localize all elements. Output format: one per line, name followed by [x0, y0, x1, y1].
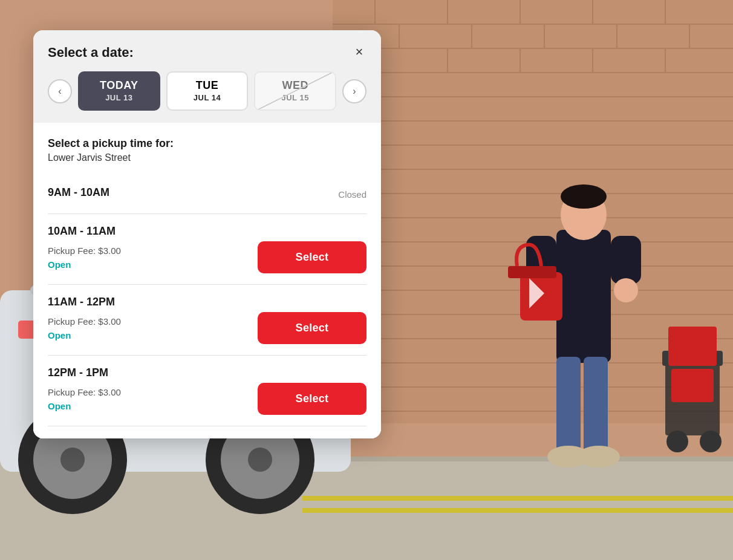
modal-header: Select a date: × ‹ TODAY JUL 13 TUE JUL …	[33, 30, 381, 123]
svg-rect-57	[584, 357, 608, 454]
svg-point-55	[614, 278, 638, 302]
pickup-section-title: Select a pickup time for:	[48, 137, 366, 150]
svg-point-65	[666, 431, 688, 452]
chevron-right-icon: ›	[353, 86, 356, 97]
slot-info-11-12: Pickup Fee: $3.00 Open	[48, 316, 121, 340]
time-slot-9-10: 9AM - 10AM Closed	[48, 175, 366, 214]
time-slot-11-12: 11AM - 12PM Pickup Fee: $3.00 Open Selec…	[48, 285, 366, 356]
svg-rect-49	[556, 230, 611, 363]
slot-row-11-12: Pickup Fee: $3.00 Open Select	[48, 312, 366, 344]
svg-rect-37	[302, 508, 733, 513]
time-range-10-11: 10AM - 11AM	[48, 225, 366, 238]
time-slot-10-11: 10AM - 11AM Pickup Fee: $3.00 Open Selec…	[48, 214, 366, 285]
status-closed-9-10: Closed	[338, 189, 366, 200]
chevron-left-icon: ‹	[58, 86, 61, 97]
time-slot-12-1: 12PM - 1PM Pickup Fee: $3.00 Open Select	[48, 356, 366, 426]
date-day-wed: WED	[265, 80, 325, 91]
pickup-fee-11-12: Pickup Fee: $3.00	[48, 316, 121, 327]
svg-point-48	[248, 448, 272, 472]
modal-title: Select a date:	[48, 45, 366, 60]
svg-rect-36	[302, 496, 733, 501]
slot-info-12-1: Pickup Fee: $3.00 Open	[48, 387, 121, 411]
svg-rect-56	[556, 357, 581, 454]
pickup-fee-10-11: Pickup Fee: $3.00	[48, 246, 121, 256]
svg-point-59	[578, 446, 620, 467]
slot-row-12-1: Pickup Fee: $3.00 Open Select	[48, 383, 366, 415]
modal-body: Select a pickup time for: Lower Jarvis S…	[33, 123, 381, 438]
time-range-12-1: 12PM - 1PM	[48, 366, 366, 379]
select-button-11-12[interactable]: Select	[258, 312, 366, 344]
select-button-10-11[interactable]: Select	[258, 241, 366, 273]
closed-slot-row: 9AM - 10AM Closed	[48, 186, 366, 203]
pickup-location: Lower Jarvis Street	[48, 152, 366, 163]
prev-date-button[interactable]: ‹	[48, 79, 72, 103]
time-range-11-12: 11AM - 12PM	[48, 296, 366, 308]
date-option-today[interactable]: TODAY JUL 13	[78, 71, 160, 111]
date-month-tue: JUL 14	[177, 93, 238, 102]
date-month-wed: JUL 15	[265, 93, 325, 102]
status-open-11-12: Open	[48, 330, 121, 340]
svg-rect-61	[508, 266, 556, 278]
date-option-tue[interactable]: TUE JUL 14	[166, 71, 249, 111]
date-option-wed[interactable]: WED JUL 15	[254, 71, 336, 111]
status-open-10-11: Open	[48, 259, 121, 270]
date-selector: ‹ TODAY JUL 13 TUE JUL 14 WED JUL 15 ›	[48, 71, 366, 111]
svg-point-45	[60, 448, 85, 472]
svg-point-51	[561, 184, 607, 209]
next-date-button[interactable]: ›	[342, 79, 366, 103]
date-day-today: TODAY	[89, 80, 149, 91]
pickup-time-modal: Select a date: × ‹ TODAY JUL 13 TUE JUL …	[33, 30, 381, 438]
svg-rect-53	[611, 236, 641, 284]
slot-row-10-11: Pickup Fee: $3.00 Open Select	[48, 241, 366, 273]
date-day-tue: TUE	[177, 80, 238, 91]
select-button-12-1[interactable]: Select	[258, 383, 366, 415]
status-open-12-1: Open	[48, 401, 121, 411]
pickup-fee-12-1: Pickup Fee: $3.00	[48, 387, 121, 397]
time-range-9-10: 9AM - 10AM	[48, 186, 109, 199]
slot-info-10-11: Pickup Fee: $3.00 Open	[48, 246, 121, 270]
close-button[interactable]: ×	[350, 42, 369, 62]
svg-rect-68	[671, 369, 714, 402]
date-month-today: JUL 13	[89, 93, 149, 102]
svg-point-66	[700, 431, 722, 452]
svg-rect-67	[668, 327, 717, 366]
